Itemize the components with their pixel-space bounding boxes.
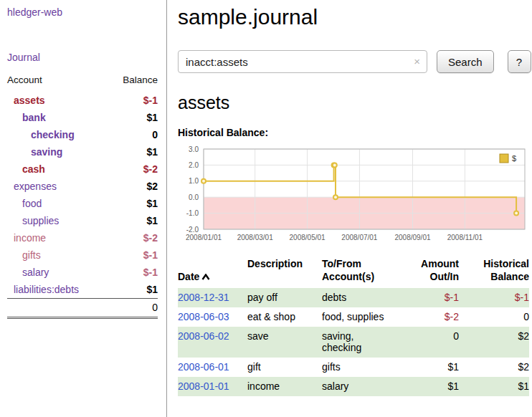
- register-header-description: Description: [247, 256, 322, 288]
- register-row: 2008-12-31pay offdebts$-1$-1: [178, 288, 529, 307]
- transaction-description: eat & shop: [247, 307, 322, 327]
- register-header-balance: Historical Balance: [459, 256, 529, 288]
- transaction-balance: $-1: [459, 288, 529, 307]
- app-title-link[interactable]: hledger-web: [7, 6, 62, 18]
- account-row: food$1: [7, 195, 158, 212]
- transaction-description: pay off: [247, 288, 322, 307]
- search-input[interactable]: [178, 50, 427, 73]
- transaction-date-link[interactable]: 2008-06-03: [178, 311, 229, 322]
- accounts-header-row: Account Balance: [7, 73, 158, 92]
- svg-text:2.0: 2.0: [189, 161, 199, 169]
- svg-text:3.0: 3.0: [189, 145, 199, 153]
- account-balance: $1: [108, 212, 158, 229]
- account-balance: $-2: [108, 229, 158, 246]
- svg-text:-2.0: -2.0: [186, 226, 199, 234]
- account-link[interactable]: bank: [22, 112, 46, 124]
- search-box: ×: [178, 50, 427, 73]
- transaction-date-link[interactable]: 2008-06-01: [178, 361, 229, 373]
- account-balance: $1: [108, 195, 158, 212]
- sidebar-item-journal[interactable]: Journal: [7, 52, 40, 63]
- date-header-label: Date: [178, 271, 199, 282]
- svg-text:2008/01/01: 2008/01/01: [186, 234, 222, 241]
- account-link[interactable]: assets: [14, 95, 45, 107]
- chart-title: Historical Balance:: [178, 127, 531, 139]
- transaction-balance: $2: [459, 327, 529, 358]
- transaction-accounts: food, supplies: [322, 307, 407, 327]
- account-row: assets$-1: [7, 92, 158, 109]
- account-row: cash$-2: [7, 160, 158, 178]
- account-row: salary$-1: [7, 264, 158, 281]
- account-balance: $2: [108, 178, 158, 195]
- accounts-table-body: assets$-1bank$1checking0saving$1cash$-2e…: [7, 92, 158, 299]
- register-header-row: Date Description To/From Account(s) Amou…: [178, 256, 529, 288]
- account-row: bank$1: [7, 109, 158, 126]
- sidebar: hledger-web Journal Account Balance asse…: [0, 0, 167, 417]
- accounts-table: Account Balance assets$-1bank$1checking0…: [7, 73, 158, 319]
- transaction-date-link[interactable]: 2008-06-02: [178, 330, 229, 342]
- transaction-description: save: [247, 327, 322, 358]
- clear-search-icon[interactable]: ×: [414, 55, 420, 67]
- svg-text:1.0: 1.0: [189, 177, 199, 185]
- register-header-accounts: To/From Account(s): [322, 256, 407, 288]
- accounts-total: 0: [108, 299, 158, 318]
- account-link[interactable]: expenses: [14, 181, 57, 193]
- register-table: Date Description To/From Account(s) Amou…: [178, 256, 529, 396]
- transaction-description: gift: [247, 358, 322, 377]
- svg-text:$: $: [512, 154, 516, 163]
- transaction-accounts: debts: [322, 288, 407, 307]
- account-link[interactable]: gifts: [22, 249, 41, 262]
- register-header-date[interactable]: Date: [178, 256, 247, 288]
- account-link[interactable]: saving: [31, 146, 62, 158]
- register-row: 2008-01-01incomesalary$1$1: [178, 377, 529, 396]
- account-balance: $-1: [108, 92, 158, 109]
- account-link[interactable]: salary: [22, 267, 49, 279]
- account-balance: $1: [108, 281, 158, 299]
- transaction-amount: 0: [407, 327, 459, 358]
- account-balance: $-2: [108, 160, 158, 178]
- account-balance: $1: [108, 109, 158, 126]
- sort-ascending-icon: [201, 274, 210, 280]
- account-link[interactable]: food: [22, 198, 42, 210]
- svg-text:2008/09/01: 2008/09/01: [394, 234, 430, 241]
- main-content: sample.journal × Search ? assets Histori…: [167, 0, 532, 417]
- search-form: × Search ?: [178, 50, 531, 73]
- transaction-amount: $-2: [407, 307, 459, 327]
- transaction-date-link[interactable]: 2008-01-01: [178, 380, 229, 392]
- account-row: expenses$2: [7, 178, 158, 195]
- account-row: saving$1: [7, 143, 158, 160]
- account-link[interactable]: checking: [31, 129, 75, 141]
- search-button[interactable]: Search: [437, 50, 494, 73]
- account-row: gifts$-1: [7, 246, 158, 264]
- help-button[interactable]: ?: [508, 50, 531, 73]
- account-balance: 0: [108, 126, 158, 143]
- account-row: liabilities:debts$1: [7, 281, 158, 299]
- register-row: 2008-06-03eat & shopfood, supplies$-20: [178, 307, 529, 327]
- register-row: 2008-06-02savesaving, checking0$2: [178, 327, 529, 358]
- transaction-amount: $1: [407, 358, 459, 377]
- svg-text:-1.0: -1.0: [186, 209, 199, 217]
- register-header-amount: Amount Out/In: [407, 256, 459, 288]
- account-link[interactable]: cash: [22, 163, 45, 176]
- register-table-body: 2008-12-31pay offdebts$-1$-12008-06-03ea…: [178, 288, 529, 396]
- account-link[interactable]: liabilities:debts: [14, 284, 79, 296]
- account-link[interactable]: supplies: [22, 215, 59, 227]
- account-balance: $-1: [108, 246, 158, 264]
- svg-text:2008/07/01: 2008/07/01: [341, 234, 377, 241]
- svg-text:2008/05/01: 2008/05/01: [290, 234, 326, 241]
- account-link[interactable]: income: [14, 232, 46, 244]
- account-heading: assets: [178, 92, 531, 114]
- svg-text:2008/03/01: 2008/03/01: [237, 234, 273, 241]
- account-row: checking0: [7, 126, 158, 143]
- transaction-date-link[interactable]: 2008-12-31: [178, 292, 229, 303]
- transaction-description: income: [247, 377, 322, 396]
- transaction-balance: $1: [459, 377, 529, 396]
- transaction-balance: 0: [459, 307, 529, 327]
- transaction-balance: $2: [459, 358, 529, 377]
- register-row: 2008-06-01giftgifts$1$2: [178, 358, 529, 377]
- account-balance: $1: [108, 143, 158, 160]
- account-row: income$-2: [7, 229, 158, 246]
- account-balance: $-1: [108, 264, 158, 281]
- transaction-accounts: salary: [322, 377, 407, 396]
- transaction-accounts: gifts: [322, 358, 407, 377]
- page-title: sample.journal: [178, 4, 531, 30]
